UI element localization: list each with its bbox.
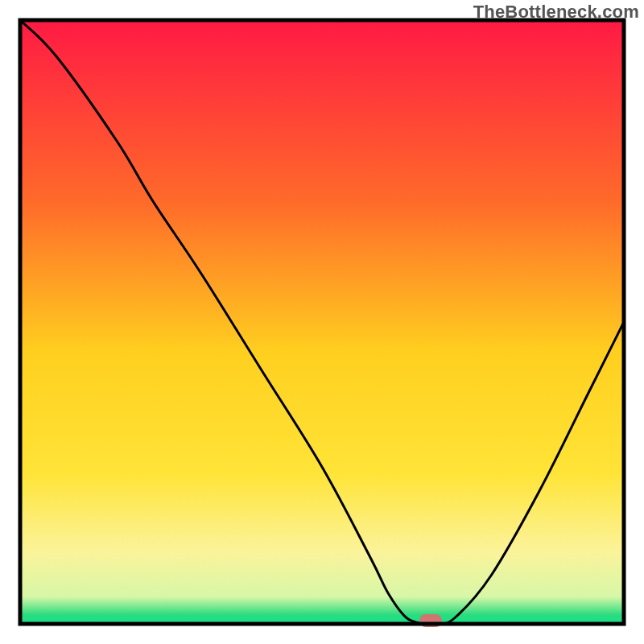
watermark-label: TheBottleneck.com [473,2,639,23]
plot-background [20,20,624,624]
bottleneck-chart: TheBottleneck.com [0,0,644,644]
chart-plot-area [0,0,644,644]
